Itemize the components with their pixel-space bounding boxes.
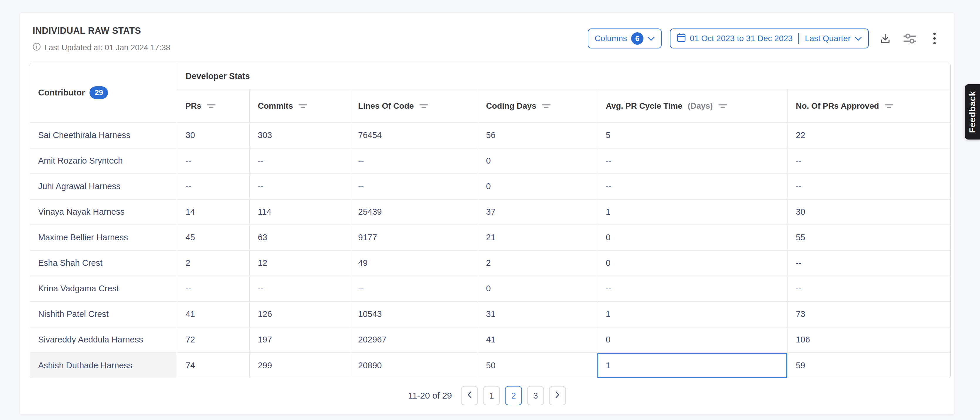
filter-icon[interactable] bbox=[419, 103, 428, 109]
stat-cell[interactable]: -- bbox=[788, 148, 950, 174]
stat-cell[interactable]: 0 bbox=[478, 174, 597, 199]
stat-cell[interactable]: 21 bbox=[478, 225, 597, 250]
contributor-name-cell[interactable]: Ashish Duthade Harness bbox=[30, 353, 177, 378]
stat-cell[interactable]: 49 bbox=[350, 250, 478, 276]
stat-cell[interactable]: 72 bbox=[177, 327, 250, 353]
stat-cell[interactable]: 0 bbox=[597, 327, 788, 353]
stat-cell[interactable]: -- bbox=[177, 174, 250, 199]
stat-cell[interactable]: 299 bbox=[250, 353, 350, 378]
stat-cell[interactable]: 202967 bbox=[350, 327, 478, 353]
stat-cell[interactable]: -- bbox=[177, 276, 250, 301]
stat-cell[interactable]: 55 bbox=[788, 225, 950, 250]
filter-icon[interactable] bbox=[885, 103, 894, 109]
contributor-name-cell[interactable]: Juhi Agrawal Harness bbox=[30, 174, 177, 199]
kebab-menu-icon[interactable] bbox=[926, 30, 943, 47]
stat-cell[interactable]: 31 bbox=[478, 301, 597, 327]
stat-cell[interactable]: 30 bbox=[788, 199, 950, 225]
stat-cell[interactable]: -- bbox=[350, 276, 478, 301]
stat-cell[interactable]: 0 bbox=[478, 276, 597, 301]
stat-cell[interactable]: 20890 bbox=[350, 353, 478, 378]
stat-cell[interactable]: 30 bbox=[177, 123, 250, 148]
contributor-name-cell[interactable]: Esha Shah Crest bbox=[30, 250, 177, 276]
stat-cell[interactable]: -- bbox=[597, 148, 788, 174]
download-icon[interactable] bbox=[877, 30, 893, 47]
columns-button[interactable]: Columns 6 bbox=[588, 29, 662, 48]
contributor-name-cell[interactable]: Vinaya Nayak Harness bbox=[30, 199, 177, 225]
stat-cell[interactable]: 9177 bbox=[350, 225, 478, 250]
stat-cell[interactable]: -- bbox=[350, 174, 478, 199]
stat-cell[interactable]: 126 bbox=[250, 301, 350, 327]
table-row: Maxime Bellier Harness4563917721055 bbox=[30, 225, 950, 250]
column-header-coding-days[interactable]: Coding Days bbox=[478, 89, 597, 123]
stat-cell[interactable]: -- bbox=[788, 276, 950, 301]
stat-cell[interactable]: 303 bbox=[250, 123, 350, 148]
stat-cell[interactable]: -- bbox=[597, 174, 788, 199]
toolbar: Columns 6 01 Oct 2023 to 31 Dec 2023 Las… bbox=[588, 29, 943, 48]
stat-cell[interactable]: 76454 bbox=[350, 123, 478, 148]
feedback-tab[interactable]: Feedback bbox=[965, 84, 980, 139]
contributor-name-cell[interactable]: Nishith Patel Crest bbox=[30, 301, 177, 327]
column-header-no-of-prs-approved[interactable]: No. Of PRs Approved bbox=[788, 89, 950, 123]
date-range-button[interactable]: 01 Oct 2023 to 31 Dec 2023 Last Quarter bbox=[670, 29, 869, 48]
stat-cell[interactable]: -- bbox=[350, 148, 478, 174]
pagination: 11-20 of 29 1 2 3 bbox=[20, 386, 955, 405]
stat-cell[interactable]: 5 bbox=[597, 123, 788, 148]
stat-cell[interactable]: 22 bbox=[788, 123, 950, 148]
contributor-name-cell[interactable]: Sai Cheethirala Harness bbox=[30, 123, 177, 148]
stat-cell[interactable]: 1 bbox=[597, 301, 788, 327]
next-page-button[interactable] bbox=[549, 386, 566, 405]
stat-cell[interactable]: 50 bbox=[478, 353, 597, 378]
column-header-lines-of-code[interactable]: Lines Of Code bbox=[350, 89, 478, 123]
stat-cell[interactable]: 14 bbox=[177, 199, 250, 225]
stat-cell[interactable]: 114 bbox=[250, 199, 350, 225]
contributor-name-cell[interactable]: Sivareddy Aeddula Harness bbox=[30, 327, 177, 353]
prev-page-button[interactable] bbox=[461, 386, 478, 405]
stat-cell[interactable]: 0 bbox=[597, 225, 788, 250]
filter-icon[interactable] bbox=[298, 103, 307, 109]
stat-cell[interactable]: -- bbox=[597, 276, 788, 301]
column-header-avg-pr-cycle-time[interactable]: Avg. PR Cycle Time(Days) bbox=[597, 89, 788, 123]
stat-cell[interactable]: 12 bbox=[250, 250, 350, 276]
filter-icon[interactable] bbox=[542, 103, 551, 109]
stat-cell[interactable]: 106 bbox=[788, 327, 950, 353]
info-icon bbox=[33, 43, 41, 53]
contributor-name-cell[interactable]: Krina Vadgama Crest bbox=[30, 276, 177, 301]
page-button-1[interactable]: 1 bbox=[483, 386, 500, 405]
stat-cell[interactable]: 73 bbox=[788, 301, 950, 327]
filter-icon[interactable] bbox=[207, 103, 216, 109]
stat-cell[interactable]: 25439 bbox=[350, 199, 478, 225]
stat-cell[interactable]: -- bbox=[177, 148, 250, 174]
stat-cell[interactable]: 41 bbox=[177, 301, 250, 327]
last-updated: Last Updated at: 01 Jan 2024 17:38 bbox=[33, 43, 170, 53]
table-row: Vinaya Nayak Harness141142543937130 bbox=[30, 199, 950, 225]
column-header-commits[interactable]: Commits bbox=[250, 89, 350, 123]
stat-cell[interactable]: -- bbox=[250, 174, 350, 199]
stat-cell[interactable]: 59 bbox=[788, 353, 950, 378]
stat-cell[interactable]: 1 bbox=[597, 199, 788, 225]
page-button-2-active[interactable]: 2 bbox=[505, 386, 522, 405]
stat-cell[interactable]: -- bbox=[250, 276, 350, 301]
contributor-name-cell[interactable]: Amit Rozario Sryntech bbox=[30, 148, 177, 174]
stat-cell[interactable]: 56 bbox=[478, 123, 597, 148]
stat-cell[interactable]: 2 bbox=[177, 250, 250, 276]
stat-cell[interactable]: 0 bbox=[478, 148, 597, 174]
stat-cell[interactable]: -- bbox=[250, 148, 350, 174]
stat-cell[interactable]: -- bbox=[788, 174, 950, 199]
stat-cell[interactable]: -- bbox=[788, 250, 950, 276]
stat-cell[interactable]: 0 bbox=[597, 250, 788, 276]
stat-cell[interactable]: 41 bbox=[478, 327, 597, 353]
stat-cell[interactable]: 197 bbox=[250, 327, 350, 353]
chevron-down-icon bbox=[648, 34, 655, 43]
column-header-prs[interactable]: PRs bbox=[177, 89, 250, 123]
stat-cell[interactable]: 63 bbox=[250, 225, 350, 250]
contributor-name-cell[interactable]: Maxime Bellier Harness bbox=[30, 225, 177, 250]
page-button-3[interactable]: 3 bbox=[527, 386, 544, 405]
stat-cell[interactable]: 10543 bbox=[350, 301, 478, 327]
stat-cell[interactable]: 2 bbox=[478, 250, 597, 276]
filter-icon[interactable] bbox=[718, 103, 727, 109]
stat-cell[interactable]: 74 bbox=[177, 353, 250, 378]
stat-cell[interactable]: 1 bbox=[597, 353, 788, 378]
stat-cell[interactable]: 37 bbox=[478, 199, 597, 225]
sliders-icon[interactable] bbox=[902, 30, 918, 47]
stat-cell[interactable]: 45 bbox=[177, 225, 250, 250]
